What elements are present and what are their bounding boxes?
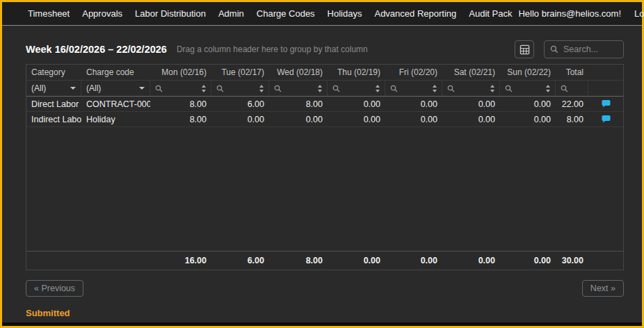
- grid-empty-area: [26, 127, 623, 251]
- chevron-down-icon: [139, 87, 145, 90]
- comment-button[interactable]: [602, 115, 611, 124]
- column-header-comments-spacer: [588, 65, 623, 80]
- user-greeting: Hello brains@helios.com!: [518, 8, 621, 19]
- wed-total: 8.00: [269, 252, 328, 270]
- tue-hours-cell: 6.00: [211, 97, 269, 111]
- column-header-category[interactable]: Category: [26, 65, 81, 80]
- number-spinner[interactable]: [318, 85, 322, 92]
- wed-filter-input[interactable]: [269, 81, 328, 96]
- magnifier-icon[interactable]: [505, 85, 513, 92]
- nav-item-approvals[interactable]: Approvals: [76, 8, 129, 19]
- table-row: Indirect Labor Holiday 8.00 0.00 0.00 0.…: [26, 112, 623, 127]
- comments-cell: [588, 97, 623, 111]
- magnifier-icon[interactable]: [332, 85, 340, 92]
- tue-filter-input[interactable]: [211, 81, 269, 96]
- sat-hours-cell: 0.00: [442, 97, 500, 111]
- week-title: Week 16/02/2026 – 22/02/2026: [26, 44, 167, 55]
- column-header-total[interactable]: Total: [556, 65, 588, 80]
- sat-filter-input[interactable]: [442, 81, 500, 96]
- main-content: Week 16/02/2026 – 22/02/2026 Drag a colu…: [2, 26, 642, 322]
- thu-total: 0.00: [328, 252, 385, 270]
- status-badge: Submitted: [26, 308, 624, 318]
- column-header-fri[interactable]: Fri (02/20): [385, 65, 442, 80]
- export-table-icon: [520, 44, 530, 55]
- number-spinner[interactable]: [376, 85, 380, 92]
- sun-hours-cell: 0.00: [500, 112, 556, 126]
- sun-hours-cell: 0.00: [500, 97, 556, 111]
- total-filter-input[interactable]: [556, 81, 588, 96]
- comment-bubble-icon: [602, 115, 611, 124]
- search-input[interactable]: [563, 44, 612, 54]
- logout-link[interactable]: Logout: [628, 8, 644, 19]
- number-spinner[interactable]: [202, 85, 206, 92]
- category-cell: Direct Labor: [26, 97, 81, 111]
- column-header-sat[interactable]: Sat (02/21): [442, 65, 500, 80]
- number-spinner[interactable]: [546, 85, 550, 92]
- previous-week-button[interactable]: « Previous: [26, 280, 83, 297]
- comment-bubble-icon: [602, 99, 611, 108]
- chevron-down-icon: [70, 87, 76, 90]
- sun-filter-input[interactable]: [500, 81, 556, 96]
- category-cell: Indirect Labor: [26, 112, 81, 126]
- magnifier-icon[interactable]: [390, 85, 398, 92]
- column-header-sun[interactable]: Sun (02/22): [500, 65, 556, 80]
- column-header-wed[interactable]: Wed (02/18): [269, 65, 328, 80]
- column-header-tue[interactable]: Tue (02/17): [211, 65, 269, 80]
- fri-total: 0.00: [385, 252, 442, 270]
- toolbar-right: [515, 40, 624, 58]
- charge-code-cell: Holiday: [81, 112, 150, 126]
- nav-item-holidays[interactable]: Holidays: [321, 8, 369, 19]
- thu-hours-cell: 0.00: [328, 97, 385, 111]
- number-spinner[interactable]: [259, 85, 264, 92]
- nav-item-audit-pack[interactable]: Audit Pack: [462, 8, 518, 19]
- bottom-bar: [2, 322, 642, 326]
- group-panel-hint: Drag a column header here to group by th…: [177, 44, 368, 54]
- nav-item-admin[interactable]: Admin: [212, 8, 250, 19]
- grid-filter-row: (All) (All): [26, 81, 623, 97]
- column-header-mon[interactable]: Mon (02/16): [150, 65, 211, 80]
- toolbar: Week 16/02/2026 – 22/02/2026 Drag a colu…: [26, 40, 624, 59]
- wed-hours-cell: 0.00: [269, 112, 328, 126]
- row-total-cell: 8.00: [556, 112, 588, 126]
- timesheet-grid: Category Charge code Mon (02/16) Tue (02…: [26, 64, 624, 270]
- grand-total: 30.00: [556, 252, 588, 270]
- mon-filter-input[interactable]: [150, 81, 211, 96]
- nav-item-labor-distribution[interactable]: Labor Distribution: [129, 8, 212, 19]
- category-filter-select[interactable]: (All): [26, 81, 81, 96]
- magnifier-icon[interactable]: [216, 85, 224, 92]
- fri-filter-input[interactable]: [385, 81, 442, 96]
- fri-hours-cell: 0.00: [385, 97, 442, 111]
- number-spinner[interactable]: [433, 85, 437, 92]
- nav-right: Hello brains@helios.com! Logout: [518, 8, 644, 19]
- thu-filter-input[interactable]: [328, 81, 385, 96]
- number-spinner[interactable]: [490, 85, 494, 92]
- charge-code-filter-value: (All): [86, 83, 101, 93]
- top-navbar: Timesheet Approvals Labor Distribution A…: [2, 2, 642, 26]
- charge-code-cell: CONTRACT-0001: [81, 97, 150, 111]
- mon-total: 16.00: [150, 252, 211, 270]
- totals-charge-code-spacer: [81, 252, 150, 270]
- comment-button[interactable]: [602, 99, 611, 108]
- thu-hours-cell: 0.00: [328, 112, 385, 126]
- magnifier-icon[interactable]: [447, 85, 455, 92]
- search-icon: [550, 45, 558, 54]
- nav-item-timesheet[interactable]: Timesheet: [28, 8, 76, 19]
- magnifier-icon[interactable]: [274, 85, 282, 92]
- sun-total: 0.00: [500, 252, 556, 270]
- sat-hours-cell: 0.00: [442, 112, 500, 126]
- tue-total: 6.00: [211, 252, 269, 270]
- grid-search: [544, 40, 624, 58]
- magnifier-icon[interactable]: [561, 85, 568, 92]
- wed-hours-cell: 8.00: [269, 97, 328, 111]
- nav-item-charge-codes[interactable]: Charge Codes: [250, 8, 321, 19]
- magnifier-icon[interactable]: [155, 85, 163, 92]
- next-week-button[interactable]: Next »: [582, 280, 624, 297]
- mon-hours-cell: 8.00: [150, 112, 211, 126]
- column-header-thu[interactable]: Thu (02/19): [328, 65, 385, 80]
- comments-cell: [588, 112, 623, 126]
- export-button[interactable]: [515, 40, 534, 58]
- totals-comments-spacer: [588, 252, 623, 270]
- charge-code-filter-select[interactable]: (All): [81, 81, 150, 96]
- column-header-charge-code[interactable]: Charge code: [81, 65, 150, 80]
- nav-item-advanced-reporting[interactable]: Advanced Reporting: [368, 8, 462, 19]
